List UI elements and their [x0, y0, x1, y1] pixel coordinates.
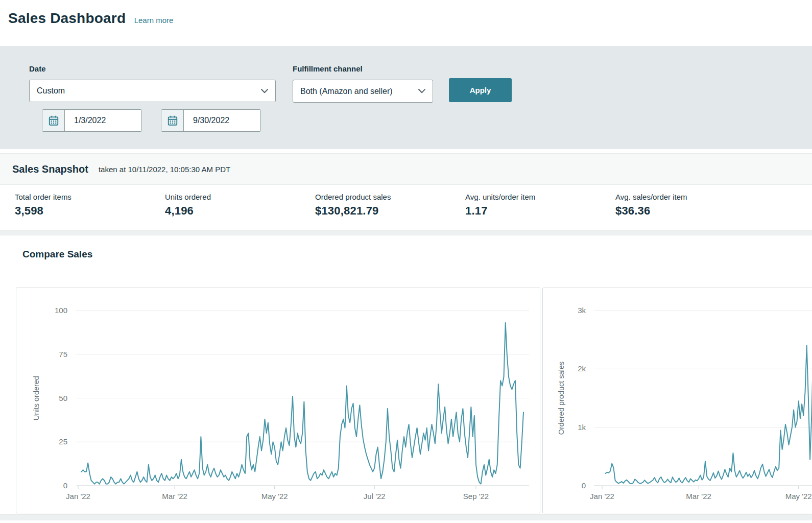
metric-value: 3,598 [15, 204, 165, 218]
ordered-product-sales-chart-card: 01k2k3kJan '22Mar '22May '22Ordered prod… [542, 288, 812, 513]
date-range-inputs: 1/3/2022 9/30/2022 [42, 109, 276, 132]
metric-value: $130,821.79 [315, 204, 465, 218]
compare-sales-section: Compare Sales 0255075100Jan '22Mar '22Ma… [0, 235, 812, 520]
svg-text:0: 0 [582, 481, 586, 490]
svg-text:25: 25 [59, 437, 67, 446]
metric-value: $36.36 [615, 204, 766, 218]
snapshot-timestamp: taken at 10/11/2022, 10:05:30 AM PDT [99, 165, 230, 174]
filter-bar: Date Custom 1/3/2022 9/30/2022 [0, 46, 812, 149]
svg-text:Jan '22: Jan '22 [66, 492, 90, 501]
sales-snapshot-title: Sales Snapshot [12, 163, 88, 175]
ordered-product-sales-chart: 01k2k3kJan '22Mar '22May '22Ordered prod… [543, 288, 812, 513]
date-filter-label: Date [29, 64, 276, 73]
ordered-product-sales-chart-y-axis-title: Ordered product sales [557, 362, 565, 435]
page-header: Sales Dashboard Learn more [0, 0, 812, 46]
units-ordered-chart-y-axis-title: Units ordered [32, 376, 40, 420]
fulfillment-channel-value: Both (Amazon and seller) [300, 87, 393, 96]
date-range-value: Custom [37, 86, 65, 96]
date-range-select[interactable]: Custom [29, 80, 276, 102]
end-date-input[interactable]: 9/30/2022 [161, 109, 261, 132]
fulfillment-channel-label: Fulfillment channel [293, 64, 433, 73]
svg-text:1k: 1k [578, 423, 586, 432]
learn-more-link[interactable]: Learn more [134, 16, 174, 25]
svg-text:2k: 2k [578, 364, 586, 373]
metric-label: Avg. sales/order item [615, 193, 766, 201]
svg-text:50: 50 [59, 394, 67, 402]
svg-text:May '22: May '22 [785, 492, 812, 501]
metric-value: 1.17 [465, 204, 615, 218]
fulfillment-channel-group: Fulfillment channel Both (Amazon and sel… [293, 64, 433, 103]
svg-text:Jul '22: Jul '22 [364, 492, 386, 501]
svg-text:Sep '22: Sep '22 [463, 492, 489, 501]
svg-text:3k: 3k [578, 306, 586, 315]
metric-label: Total order items [15, 193, 165, 201]
svg-text:Mar '22: Mar '22 [162, 492, 187, 501]
svg-text:0: 0 [63, 481, 67, 490]
metric: Total order items3,598 [15, 193, 165, 230]
chevron-down-icon [418, 89, 425, 93]
units-ordered-chart-card: 0255075100Jan '22Mar '22May '22Jul '22Se… [16, 288, 540, 513]
metric: Units ordered4,196 [165, 193, 315, 230]
svg-text:May '22: May '22 [261, 492, 288, 501]
calendar-icon [161, 110, 184, 131]
page-bottom-strip [0, 514, 812, 520]
end-date-value: 9/30/2022 [184, 110, 260, 131]
date-filter-group: Date Custom 1/3/2022 9/30/2022 [29, 64, 276, 132]
page-title: Sales Dashboard [8, 10, 126, 26]
calendar-icon [42, 110, 65, 131]
sales-dashboard-page: Sales Dashboard Learn more Date Custom 1… [0, 0, 812, 523]
svg-text:100: 100 [55, 306, 67, 315]
svg-text:Mar '22: Mar '22 [686, 492, 711, 501]
metric-label: Avg. units/order item [465, 193, 615, 201]
chevron-down-icon [261, 89, 268, 93]
apply-button[interactable]: Apply [449, 78, 512, 102]
units-ordered-chart: 0255075100Jan '22Mar '22May '22Jul '22Se… [16, 288, 540, 513]
start-date-input[interactable]: 1/3/2022 [42, 109, 142, 132]
metric-label: Units ordered [165, 193, 315, 201]
metric: Avg. units/order item1.17 [465, 193, 615, 230]
charts-row: 0255075100Jan '22Mar '22May '22Jul '22Se… [0, 288, 812, 513]
metric: Avg. sales/order item$36.36 [615, 193, 766, 230]
fulfillment-channel-select[interactable]: Both (Amazon and seller) [293, 80, 433, 103]
sales-snapshot-header: Sales Snapshot taken at 10/11/2022, 10:0… [0, 153, 812, 185]
metric-label: Ordered product sales [315, 193, 465, 201]
snapshot-metrics-row: Total order items3,598Units ordered4,196… [0, 185, 812, 231]
compare-sales-title: Compare Sales [0, 249, 812, 260]
svg-text:75: 75 [59, 350, 67, 359]
metric-value: 4,196 [165, 204, 315, 218]
svg-text:Jan '22: Jan '22 [590, 492, 614, 501]
section-divider [0, 231, 812, 235]
metric: Ordered product sales$130,821.79 [315, 193, 465, 230]
start-date-value: 1/3/2022 [65, 110, 141, 131]
